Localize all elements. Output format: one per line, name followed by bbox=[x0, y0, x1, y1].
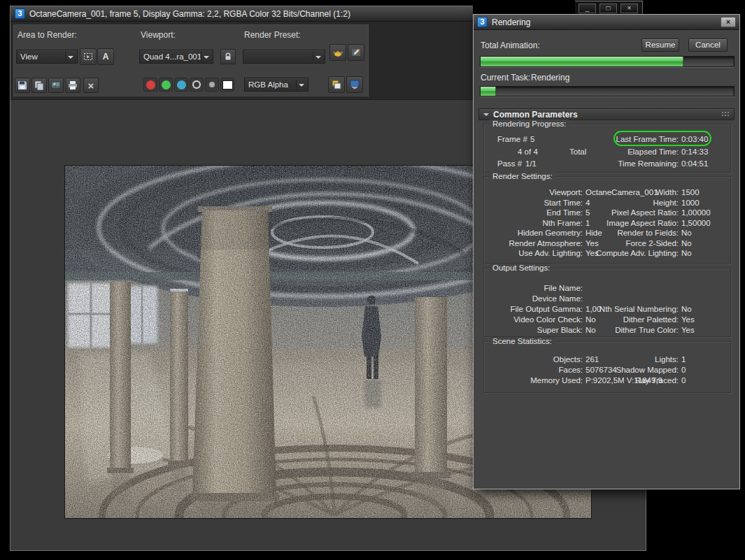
current-task-progressbar bbox=[480, 86, 735, 96]
settings-row: File Output Gamma: 1,00 Nth Serial Numbe… bbox=[485, 305, 730, 315]
rendering-progress-caption: Rendering Progress: bbox=[490, 120, 569, 128]
edit-region-button[interactable] bbox=[80, 48, 97, 65]
color-swatch-button[interactable] bbox=[220, 78, 234, 92]
green-channel-icon bbox=[162, 80, 171, 89]
last-frame-time-value: 0:03:40 bbox=[681, 135, 708, 143]
maximize-button[interactable]: □ bbox=[599, 3, 617, 13]
channel-display-value: RGB Alpha bbox=[248, 80, 288, 89]
close-button[interactable]: × bbox=[620, 3, 638, 13]
param-label: Width: bbox=[580, 188, 679, 196]
stats-row: Memory Used: P:9202,5M V:11849,9 Ray Tra… bbox=[485, 376, 730, 386]
total-animation-progressbar bbox=[480, 56, 735, 67]
rendering-dialog-titlebar[interactable]: 3 Rendering × bbox=[474, 15, 739, 30]
param-value: No bbox=[681, 239, 692, 247]
param-value: 0 bbox=[681, 376, 686, 385]
dialog-close-button[interactable]: × bbox=[721, 17, 736, 27]
frame-value: 5 bbox=[530, 135, 534, 143]
param-label: Render Atmosphere: bbox=[485, 239, 583, 247]
auto-region-icon: A bbox=[103, 52, 109, 62]
param-value: 1,00000 bbox=[681, 208, 711, 217]
clear-image-button[interactable]: × bbox=[83, 78, 99, 93]
param-value: No bbox=[681, 229, 692, 237]
current-progress-fill bbox=[481, 87, 496, 96]
blue-channel-button[interactable] bbox=[174, 78, 188, 92]
copy-pages-icon bbox=[34, 80, 45, 91]
lock-viewport-button[interactable] bbox=[220, 49, 236, 64]
param-label: Start Time: bbox=[485, 199, 583, 207]
edit-pencil-icon bbox=[350, 47, 362, 58]
param-label: Shadow Mapped: bbox=[580, 366, 679, 374]
settings-row: End Time: 5 Pixel Aspect Ratio: 1,00000 bbox=[485, 208, 730, 218]
settings-row: Video Color Check: No Dither Paletted: Y… bbox=[485, 315, 730, 325]
param-value: No bbox=[681, 249, 692, 257]
render-preset-select[interactable] bbox=[243, 50, 325, 64]
render-settings-group: Render Settings: Viewport: OctaneCamera_… bbox=[483, 176, 731, 264]
settings-row: Device Name: bbox=[485, 294, 730, 304]
settings-row: Start Time: 4 Height: 1000 bbox=[485, 199, 730, 208]
param-value: No bbox=[681, 305, 692, 313]
green-channel-button[interactable] bbox=[159, 78, 173, 92]
render-setup-button[interactable] bbox=[329, 44, 346, 61]
stats-row: Objects: 261 Lights: 1 bbox=[485, 355, 730, 365]
param-label: Force 2-Sided: bbox=[580, 239, 679, 247]
rendering-dialog-title: Rendering bbox=[492, 17, 530, 27]
blue-channel-icon bbox=[177, 80, 186, 89]
overlapping-windows-icon bbox=[331, 79, 342, 90]
frames-done-value: 4 of 4 bbox=[518, 148, 538, 156]
overlay-ui-button[interactable] bbox=[328, 76, 345, 93]
settings-row: Render Atmosphere: Yes Force 2-Sided: No bbox=[485, 239, 730, 249]
cancel-button[interactable]: Cancel bbox=[688, 38, 728, 52]
progress-row: Frame # 5 Last Frame Time: 0:03:40 bbox=[485, 135, 730, 145]
copy-image-button[interactable] bbox=[31, 78, 47, 93]
max-logo-icon: 3 bbox=[15, 8, 25, 19]
rollout-title: Common Parameters bbox=[493, 110, 578, 120]
alpha-channel-button[interactable] bbox=[190, 78, 204, 92]
monochrome-button[interactable] bbox=[205, 78, 219, 92]
param-label: Hidden Geometry: bbox=[485, 229, 583, 237]
viewport-value: Quad 4...ra_001 bbox=[143, 52, 201, 61]
clear-x-icon: × bbox=[88, 80, 94, 91]
render-settings-caption: Render Settings: bbox=[490, 172, 555, 180]
edit-region-icon bbox=[83, 51, 94, 62]
red-channel-button[interactable] bbox=[143, 78, 157, 92]
monochrome-icon bbox=[209, 82, 215, 87]
param-label: Pixel Aspect Ratio: bbox=[580, 208, 679, 217]
param-value: Yes bbox=[681, 326, 695, 334]
param-label: Video Color Check: bbox=[485, 315, 583, 324]
channel-display-select[interactable]: RGB Alpha bbox=[244, 78, 308, 92]
pass-value: 1/1 bbox=[525, 159, 537, 168]
progress-row: 4 of 4 Total Elapsed Time: 0:14:33 bbox=[485, 148, 730, 157]
param-label: Nth Serial Numbering: bbox=[580, 305, 679, 313]
environment-dialog-button[interactable] bbox=[348, 44, 364, 61]
time-remaining-label: Time Remaining: bbox=[580, 159, 679, 168]
area-to-render-select[interactable]: View bbox=[16, 50, 78, 64]
param-label: File Name: bbox=[485, 284, 583, 292]
monitor-icon bbox=[349, 79, 360, 90]
clone-window-button[interactable] bbox=[48, 78, 64, 93]
print-image-button[interactable] bbox=[65, 78, 80, 93]
area-to-render-label: Area to Render: bbox=[17, 30, 77, 40]
viewport-select[interactable]: Quad 4...ra_001 bbox=[139, 50, 213, 64]
display-device-button[interactable] bbox=[346, 76, 363, 93]
save-image-button[interactable] bbox=[15, 78, 30, 93]
param-label: Height: bbox=[580, 199, 679, 207]
clone-image-icon bbox=[50, 80, 62, 91]
param-label: File Output Gamma: bbox=[485, 305, 583, 313]
settings-row: Super Black: No Dither True Color: Yes bbox=[485, 326, 730, 336]
common-parameters-rollout[interactable]: Common Parameters bbox=[478, 108, 735, 120]
param-label: Viewport: bbox=[485, 188, 583, 196]
render-setup-teapot-icon bbox=[332, 47, 343, 58]
param-label: Faces: bbox=[485, 366, 583, 374]
progress-row: Pass # 1/1 Time Remaining: 0:04:51 bbox=[485, 159, 730, 169]
minimize-button[interactable]: _ bbox=[579, 3, 596, 13]
area-to-render-value: View bbox=[20, 52, 38, 61]
param-label: Use Adv. Lighting: bbox=[485, 249, 583, 257]
settings-row: Viewport: OctaneCamera_001 Width: 1500 bbox=[485, 188, 730, 198]
param-label: Memory Used: bbox=[485, 376, 583, 385]
settings-row: Use Adv. Lighting: Yes Compute Adv. Ligh… bbox=[485, 249, 730, 259]
param-label: Lights: bbox=[580, 355, 679, 364]
auto-region-button[interactable]: A bbox=[97, 48, 114, 65]
red-channel-icon bbox=[146, 80, 155, 89]
frame-label: Frame # bbox=[497, 135, 527, 143]
resume-button[interactable]: Resume bbox=[641, 38, 679, 52]
